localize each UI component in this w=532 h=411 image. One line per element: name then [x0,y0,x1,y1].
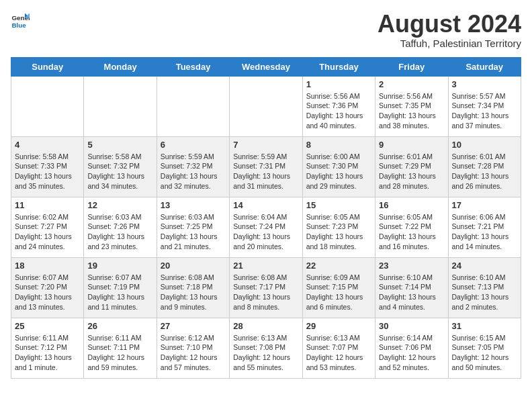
day-number: 20 [161,261,226,271]
day-info: Sunrise: 6:10 AM Sunset: 7:13 PM Dayligh… [452,273,517,312]
logo-icon: General Blue [11,11,30,30]
day-info: Sunrise: 6:05 AM Sunset: 7:23 PM Dayligh… [306,212,371,252]
calendar-cell: 20Sunrise: 6:08 AM Sunset: 7:18 PM Dayli… [157,257,229,318]
day-info: Sunrise: 6:07 AM Sunset: 7:19 PM Dayligh… [87,273,152,312]
calendar-cell [157,76,229,136]
svg-text:Blue: Blue [11,21,26,29]
day-info: Sunrise: 6:13 AM Sunset: 7:08 PM Dayligh… [233,333,298,373]
day-info: Sunrise: 6:00 AM Sunset: 7:30 PM Dayligh… [306,152,371,191]
day-number: 31 [452,321,517,331]
header-day-monday: Monday [84,57,157,76]
day-number: 10 [452,140,517,150]
day-info: Sunrise: 5:56 AM Sunset: 7:35 PM Dayligh… [379,91,444,131]
day-info: Sunrise: 5:58 AM Sunset: 7:32 PM Dayligh… [87,152,152,191]
day-info: Sunrise: 6:01 AM Sunset: 7:29 PM Dayligh… [379,152,444,191]
calendar-cell: 31Sunrise: 6:15 AM Sunset: 7:05 PM Dayli… [448,318,521,378]
calendar-cell: 7Sunrise: 5:59 AM Sunset: 7:31 PM Daylig… [230,136,302,197]
calendar-cell: 13Sunrise: 6:03 AM Sunset: 7:25 PM Dayli… [157,197,229,257]
day-number: 29 [306,321,371,331]
day-info: Sunrise: 6:11 AM Sunset: 7:11 PM Dayligh… [87,333,152,373]
day-info: Sunrise: 6:03 AM Sunset: 7:26 PM Dayligh… [87,212,152,252]
day-info: Sunrise: 6:13 AM Sunset: 7:07 PM Dayligh… [306,333,371,373]
day-info: Sunrise: 6:10 AM Sunset: 7:14 PM Dayligh… [379,273,444,312]
calendar-cell: 25Sunrise: 6:11 AM Sunset: 7:12 PM Dayli… [11,318,84,378]
header-day-tuesday: Tuesday [157,57,229,76]
calendar-cell: 6Sunrise: 5:59 AM Sunset: 7:32 PM Daylig… [157,136,229,197]
day-number: 5 [87,140,152,150]
calendar-cell: 1Sunrise: 5:56 AM Sunset: 7:36 PM Daylig… [302,76,375,136]
title-area: August 2024 Taffuh, Palestinian Territor… [378,11,521,49]
day-number: 12 [87,200,152,210]
week-row-2: 4Sunrise: 5:58 AM Sunset: 7:33 PM Daylig… [11,136,521,197]
header-day-thursday: Thursday [302,57,375,76]
header-day-sunday: Sunday [11,57,84,76]
day-number: 13 [161,200,226,210]
location-subtitle: Taffuh, Palestinian Territory [378,38,521,49]
calendar-cell: 19Sunrise: 6:07 AM Sunset: 7:19 PM Dayli… [84,257,157,318]
day-number: 2 [379,79,444,89]
day-info: Sunrise: 6:06 AM Sunset: 7:21 PM Dayligh… [452,212,517,252]
week-row-1: 1Sunrise: 5:56 AM Sunset: 7:36 PM Daylig… [11,76,521,136]
logo: General Blue [11,11,30,30]
day-number: 6 [161,140,226,150]
day-info: Sunrise: 6:12 AM Sunset: 7:10 PM Dayligh… [161,333,226,373]
header-day-friday: Friday [375,57,448,76]
calendar-header: SundayMondayTuesdayWednesdayThursdayFrid… [11,57,521,76]
day-number: 3 [452,79,517,89]
calendar-cell: 18Sunrise: 6:07 AM Sunset: 7:20 PM Dayli… [11,257,84,318]
week-row-5: 25Sunrise: 6:11 AM Sunset: 7:12 PM Dayli… [11,318,521,378]
day-info: Sunrise: 5:56 AM Sunset: 7:36 PM Dayligh… [306,91,371,131]
day-number: 15 [306,200,371,210]
calendar-cell: 5Sunrise: 5:58 AM Sunset: 7:32 PM Daylig… [84,136,157,197]
day-number: 9 [379,140,444,150]
day-info: Sunrise: 5:59 AM Sunset: 7:31 PM Dayligh… [233,152,298,191]
calendar-cell: 17Sunrise: 6:06 AM Sunset: 7:21 PM Dayli… [448,197,521,257]
day-info: Sunrise: 6:04 AM Sunset: 7:24 PM Dayligh… [233,212,298,252]
page-header: General Blue August 2024 Taffuh, Palesti… [11,11,521,49]
day-number: 21 [233,261,298,271]
day-number: 22 [306,261,371,271]
calendar-cell: 8Sunrise: 6:00 AM Sunset: 7:30 PM Daylig… [302,136,375,197]
day-number: 4 [15,140,80,150]
day-number: 18 [15,261,80,271]
week-row-4: 18Sunrise: 6:07 AM Sunset: 7:20 PM Dayli… [11,257,521,318]
calendar-cell: 4Sunrise: 5:58 AM Sunset: 7:33 PM Daylig… [11,136,84,197]
day-number: 19 [87,261,152,271]
calendar-cell: 21Sunrise: 6:08 AM Sunset: 7:17 PM Dayli… [230,257,302,318]
header-day-saturday: Saturday [448,57,521,76]
calendar-cell: 3Sunrise: 5:57 AM Sunset: 7:34 PM Daylig… [448,76,521,136]
day-info: Sunrise: 6:01 AM Sunset: 7:28 PM Dayligh… [452,152,517,191]
calendar-cell: 12Sunrise: 6:03 AM Sunset: 7:26 PM Dayli… [84,197,157,257]
day-number: 26 [87,321,152,331]
calendar-cell [84,76,157,136]
day-info: Sunrise: 5:57 AM Sunset: 7:34 PM Dayligh… [452,91,517,131]
day-info: Sunrise: 5:59 AM Sunset: 7:32 PM Dayligh… [161,152,226,191]
day-info: Sunrise: 6:03 AM Sunset: 7:25 PM Dayligh… [161,212,226,252]
calendar-cell: 24Sunrise: 6:10 AM Sunset: 7:13 PM Dayli… [448,257,521,318]
day-number: 16 [379,200,444,210]
day-number: 30 [379,321,444,331]
calendar-cell: 29Sunrise: 6:13 AM Sunset: 7:07 PM Dayli… [302,318,375,378]
calendar-cell [11,76,84,136]
calendar-cell: 30Sunrise: 6:14 AM Sunset: 7:06 PM Dayli… [375,318,448,378]
day-number: 7 [233,140,298,150]
header-day-wednesday: Wednesday [230,57,302,76]
month-year-title: August 2024 [378,11,521,38]
calendar-cell: 22Sunrise: 6:09 AM Sunset: 7:15 PM Dayli… [302,257,375,318]
day-number: 14 [233,200,298,210]
day-info: Sunrise: 6:08 AM Sunset: 7:18 PM Dayligh… [161,273,226,312]
day-number: 1 [306,79,371,89]
calendar-cell: 10Sunrise: 6:01 AM Sunset: 7:28 PM Dayli… [448,136,521,197]
calendar-cell: 15Sunrise: 6:05 AM Sunset: 7:23 PM Dayli… [302,197,375,257]
day-number: 28 [233,321,298,331]
week-row-3: 11Sunrise: 6:02 AM Sunset: 7:27 PM Dayli… [11,197,521,257]
day-number: 11 [15,200,80,210]
calendar-cell: 27Sunrise: 6:12 AM Sunset: 7:10 PM Dayli… [157,318,229,378]
day-number: 23 [379,261,444,271]
day-info: Sunrise: 6:09 AM Sunset: 7:15 PM Dayligh… [306,273,371,312]
day-info: Sunrise: 6:08 AM Sunset: 7:17 PM Dayligh… [233,273,298,312]
calendar-cell: 26Sunrise: 6:11 AM Sunset: 7:11 PM Dayli… [84,318,157,378]
day-info: Sunrise: 6:11 AM Sunset: 7:12 PM Dayligh… [15,333,80,373]
day-info: Sunrise: 5:58 AM Sunset: 7:33 PM Dayligh… [15,152,80,191]
day-info: Sunrise: 6:02 AM Sunset: 7:27 PM Dayligh… [15,212,80,252]
